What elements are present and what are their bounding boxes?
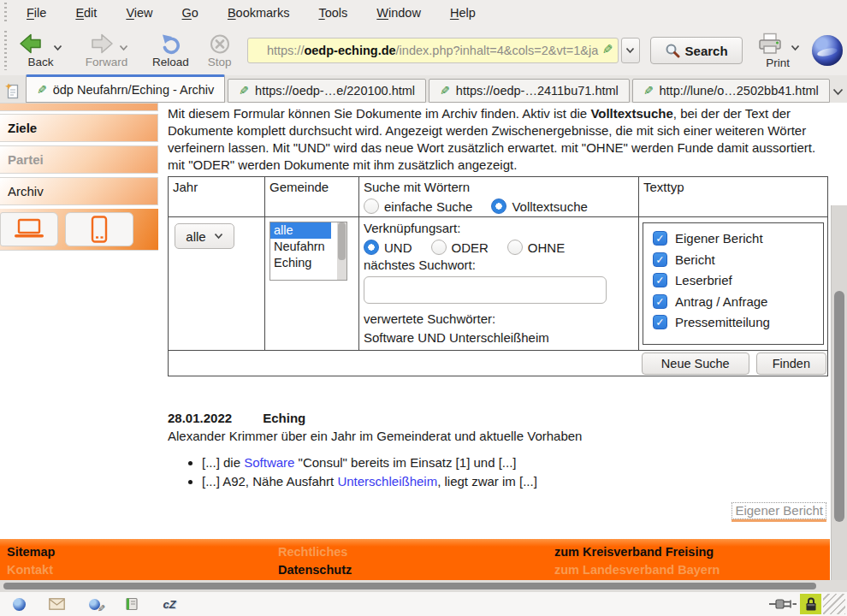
snippet-link[interactable]: Software bbox=[244, 455, 294, 470]
footer-link-kontakt[interactable]: Kontakt bbox=[7, 561, 55, 579]
online-status-button[interactable] bbox=[767, 595, 798, 613]
mobile-view-button[interactable] bbox=[65, 212, 133, 246]
menu-window-key: W bbox=[376, 6, 388, 20]
desktop-view-button[interactable] bbox=[0, 212, 58, 246]
new-tab-button[interactable] bbox=[5, 80, 21, 102]
radio-ohne[interactable] bbox=[507, 240, 523, 255]
menu-window[interactable]: Window bbox=[362, 0, 435, 26]
intro-bold: Volltextsuche bbox=[590, 106, 672, 121]
back-dropdown-icon[interactable] bbox=[53, 44, 62, 51]
texttyp-cell: ✓Eigener Bericht ✓Bericht ✓Leserbrief ✓A… bbox=[639, 217, 827, 351]
tab-2[interactable]: ✎ https://oedp-…e/220100.html bbox=[228, 79, 426, 103]
menu-tools-rest: ools bbox=[325, 6, 348, 20]
tab-archive[interactable]: ✎ ödp Neufahrn/Eching - Archiv bbox=[26, 74, 225, 103]
checkbox-checked-icon[interactable]: ✓ bbox=[653, 294, 667, 309]
menu-edit[interactable]: Edit bbox=[61, 0, 111, 26]
sidebar-item-archiv[interactable]: Archiv bbox=[0, 177, 158, 205]
tab-4[interactable]: ✎ http://lune/o…2502bb41.html bbox=[632, 79, 830, 103]
page-content: Ziele Partei Archiv bbox=[0, 103, 847, 539]
stop-button[interactable]: Stop bbox=[208, 33, 232, 68]
radio-und[interactable] bbox=[364, 240, 379, 255]
menu-tools[interactable]: Tools bbox=[304, 0, 362, 26]
tab-3[interactable]: ✎ https://oedp-…2411bu71.html bbox=[429, 79, 630, 103]
back-button[interactable]: Back bbox=[19, 33, 62, 68]
url-history-dropdown[interactable] bbox=[621, 38, 640, 63]
print-button[interactable]: Print bbox=[756, 33, 800, 69]
vertical-scrollbar[interactable] bbox=[831, 205, 847, 616]
menu-go[interactable]: Go bbox=[168, 0, 213, 26]
reload-button[interactable]: Reload bbox=[152, 33, 189, 68]
suchwort-input[interactable] bbox=[364, 276, 607, 304]
forward-button[interactable]: Forward bbox=[85, 33, 128, 68]
url-bar[interactable]: https://oedp-eching.de/index.php?inhalt=… bbox=[247, 38, 619, 63]
radio-volltext-label[interactable]: Volltextsuche bbox=[512, 199, 587, 214]
toolbar-grip[interactable] bbox=[3, 3, 9, 23]
radio-ohne-label[interactable]: OHNE bbox=[528, 240, 565, 255]
radio-und-label[interactable]: UND bbox=[384, 240, 412, 255]
checkbox-checked-icon[interactable]: ✓ bbox=[653, 231, 667, 246]
footer-link-sitemap[interactable]: Sitemap bbox=[7, 543, 55, 561]
radio-volltextsuche[interactable] bbox=[491, 198, 506, 214]
checkbox-checked-icon[interactable]: ✓ bbox=[653, 252, 667, 267]
print-dropdown-icon[interactable] bbox=[791, 44, 800, 51]
sidebar-item-ziele[interactable]: Ziele bbox=[0, 114, 158, 142]
footer-link-kreisverband[interactable]: zum Kreisverband Freising bbox=[554, 543, 720, 561]
tab-list-dropdown-icon[interactable] bbox=[832, 88, 844, 96]
navigator-button[interactable] bbox=[10, 595, 27, 613]
checkbox-checked-icon[interactable]: ✓ bbox=[653, 315, 667, 329]
horizontal-scrollbar-thumb[interactable] bbox=[3, 583, 816, 589]
naechstes-suchwort-label: nächstes Suchwort: bbox=[364, 258, 634, 272]
seamonkey-logo-icon[interactable] bbox=[812, 35, 843, 66]
site-sidebar: Ziele Partei Archiv bbox=[0, 103, 158, 251]
texttyp-option[interactable]: ✓Bericht bbox=[653, 252, 823, 267]
radio-einfache-label[interactable]: einfache Suche bbox=[384, 199, 472, 214]
search-button[interactable]: Search bbox=[650, 37, 743, 64]
listbox-option-eching[interactable]: Eching bbox=[270, 255, 331, 271]
menu-bookmarks[interactable]: Bookmarks bbox=[213, 0, 305, 26]
listbox-scrollbar-thumb[interactable] bbox=[338, 222, 346, 260]
horizontal-scrollbar[interactable] bbox=[0, 580, 847, 592]
footer-link-datenschutz[interactable]: Datenschutz bbox=[278, 561, 352, 579]
reload-icon bbox=[159, 33, 181, 55]
new-tab-icon bbox=[5, 83, 21, 100]
listbox-option-alle[interactable]: alle bbox=[270, 222, 331, 239]
listbox-option-neufahrn[interactable]: Neufahrn bbox=[270, 239, 331, 255]
back-label: Back bbox=[27, 56, 53, 68]
jahr-select[interactable]: alle bbox=[175, 223, 234, 249]
radio-einfache-suche[interactable] bbox=[364, 198, 379, 214]
gemeinde-listbox[interactable]: alle Neufahrn Eching bbox=[270, 222, 347, 281]
neue-suche-button[interactable]: Neue Suche bbox=[642, 352, 749, 375]
menu-view[interactable]: View bbox=[111, 0, 167, 26]
window-resize-grip[interactable] bbox=[823, 594, 845, 614]
vertical-scrollbar-thumb[interactable] bbox=[834, 291, 844, 522]
url-path: /index.php?inhalt=4&cols=2&vt=1&ja bbox=[396, 44, 599, 57]
forward-dropdown-icon[interactable] bbox=[119, 44, 128, 51]
sidebar-item-partei[interactable]: Partei bbox=[0, 145, 158, 174]
security-indicator[interactable] bbox=[800, 594, 821, 614]
texttyp-option[interactable]: ✓Eigener Bericht bbox=[653, 231, 823, 246]
tab-title: https://oedp-…e/220100.html bbox=[255, 84, 415, 98]
sidebar-item-partial[interactable] bbox=[0, 103, 158, 111]
snippet-link[interactable]: Unterschleißheim bbox=[337, 474, 437, 489]
footer-link-landesverband[interactable]: zum Landesverband Bayern bbox=[554, 561, 720, 579]
footer-link-rechtliches[interactable]: Rechtliches bbox=[278, 543, 352, 561]
form-body-row: alle alle Neufahrn Eching Verknüp bbox=[169, 217, 827, 351]
listbox-scrollbar[interactable] bbox=[337, 222, 346, 280]
chatzilla-button[interactable]: cZ bbox=[161, 595, 178, 613]
bookmark-pencil-icon[interactable]: ✎ bbox=[602, 42, 613, 57]
toolbar-grip-2[interactable] bbox=[3, 31, 9, 70]
texttyp-option[interactable]: ✓Leserbrief bbox=[653, 273, 823, 287]
verknuepfung-label: Verknüpfungsart: bbox=[364, 221, 634, 235]
mail-button[interactable] bbox=[48, 595, 65, 613]
radio-oder-label[interactable]: ODER bbox=[452, 240, 489, 255]
texttyp-option[interactable]: ✓Pressemitteilung bbox=[653, 315, 823, 329]
eigener-bericht-link[interactable]: Eigener Bericht bbox=[732, 502, 826, 519]
menu-help[interactable]: Help bbox=[435, 0, 490, 26]
texttyp-option[interactable]: ✓Antrag / Anfrage bbox=[653, 294, 823, 309]
finden-button[interactable]: Finden bbox=[756, 352, 826, 375]
checkbox-checked-icon[interactable]: ✓ bbox=[653, 273, 667, 287]
radio-oder[interactable] bbox=[431, 240, 447, 255]
menu-file[interactable]: File bbox=[12, 0, 61, 26]
composer-button[interactable]: ✎ bbox=[86, 595, 103, 613]
address-book-button[interactable] bbox=[123, 595, 140, 613]
